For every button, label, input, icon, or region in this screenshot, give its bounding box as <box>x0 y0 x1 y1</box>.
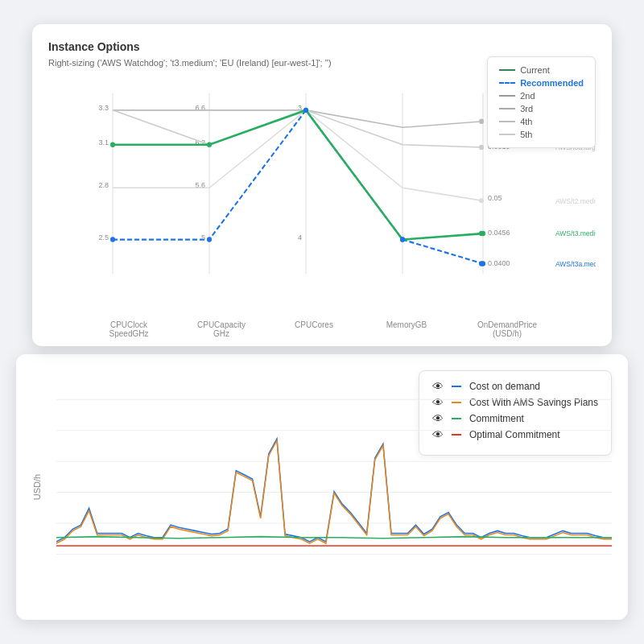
fourth-line-icon <box>499 121 515 122</box>
cost-chart-svg: 0 10 20 30 40 50 60 <box>56 370 612 588</box>
svg-text:0.0400: 0.0400 <box>488 258 510 266</box>
cost-chart-area: 0 10 20 30 40 50 60 <box>56 370 612 591</box>
legend-2nd: 2nd <box>499 91 584 101</box>
legend-3rd-label: 3rd <box>520 104 533 114</box>
legend-5th: 5th <box>499 130 584 139</box>
svg-point-28 <box>400 237 405 242</box>
svg-text:3.1: 3.1 <box>99 138 109 146</box>
legend-recommended-label: Recommended <box>520 78 584 88</box>
card-title: Instance Options <box>48 40 596 53</box>
svg-point-25 <box>110 237 115 242</box>
axis-label-cpu-clock: CPUClockSpeedGHz <box>97 320 161 338</box>
legend-4th: 4th <box>499 117 584 126</box>
legend-current: Current <box>499 65 584 75</box>
legend-4th-label: 4th <box>520 117 532 126</box>
axis-label-price: OnDemandPrice(USD/h) <box>467 320 547 338</box>
axis-label-memory: MemoryGB <box>374 320 439 338</box>
recommended-line-icon <box>499 82 515 84</box>
y-axis-label: USD/h <box>32 474 42 500</box>
scene: Instance Options Right-sizing ('AWS Watc… <box>16 24 628 620</box>
svg-text:0.05: 0.05 <box>488 194 502 202</box>
svg-point-26 <box>207 237 212 242</box>
svg-point-27 <box>303 108 308 113</box>
svg-point-32 <box>479 198 484 203</box>
svg-text:2.8: 2.8 <box>99 181 109 189</box>
axis-label-cpu-capacity: CPUCapacityGHz <box>189 320 254 338</box>
svg-text:AWS/t3.medium/EU (Ireland) [eu: AWS/t3.medium/EU (Ireland) [eu-west-1]/L… <box>555 229 596 237</box>
svg-text:0.0456: 0.0456 <box>488 229 510 237</box>
top-legend: Current Recommended 2nd 3rd 4th 5th <box>487 56 596 148</box>
svg-text:4: 4 <box>298 233 302 241</box>
svg-point-21 <box>207 142 212 147</box>
svg-text:2.5: 2.5 <box>99 233 109 241</box>
second-line-icon <box>499 95 515 97</box>
legend-recommended: Recommended <box>499 78 584 88</box>
svg-text:AWS/t3a.medium/EU (Ireland) [e: AWS/t3a.medium/EU (Ireland) [eu-west-1]/… <box>555 260 596 268</box>
third-line-icon <box>499 108 515 109</box>
legend-current-label: Current <box>520 65 550 75</box>
axis-labels: CPUClockSpeedGHz CPUCapacityGHz CPUCores… <box>48 320 596 338</box>
svg-point-34 <box>479 261 484 266</box>
legend-2nd-label: 2nd <box>520 91 535 101</box>
current-line-icon <box>499 69 515 71</box>
svg-text:AWS/t2.medium/EU (Ireland) [eu: AWS/t2.medium/EU (Ireland) [eu-west-1]/L… <box>555 196 596 204</box>
legend-5th-label: 5th <box>520 130 532 139</box>
svg-point-30 <box>479 119 484 124</box>
svg-point-31 <box>479 145 484 150</box>
fifth-line-icon <box>499 134 515 135</box>
cost-chart-card: USD/h 👁 Cost on demand 👁 Cost With AMS S… <box>16 354 628 620</box>
legend-3rd: 3rd <box>499 104 584 114</box>
svg-text:3.3: 3.3 <box>99 104 109 112</box>
svg-point-33 <box>479 231 484 236</box>
axis-label-cpu-cores: CPUCores <box>282 320 346 338</box>
instance-options-card: Instance Options Right-sizing ('AWS Watc… <box>32 24 612 346</box>
svg-point-20 <box>110 142 115 147</box>
